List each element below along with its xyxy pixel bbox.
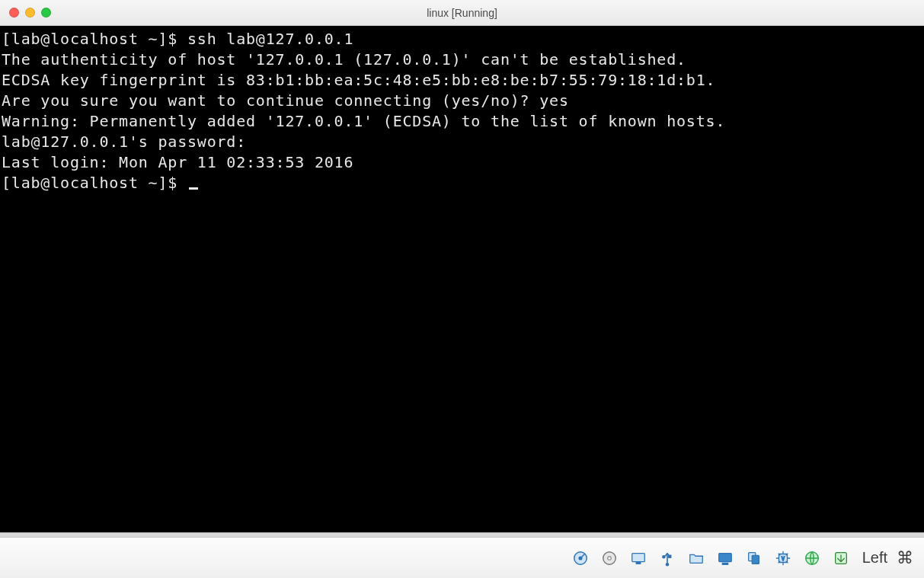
terminal-line: Warning: Permanently added '127.0.0.1' (… (2, 112, 725, 130)
harddisk-icon[interactable] (570, 548, 591, 569)
svg-point-3 (607, 556, 611, 560)
window-title: linux [Running] (0, 7, 924, 19)
terminal-line: lab@127.0.0.1's password: (2, 133, 246, 151)
window-titlebar: linux [Running] (0, 0, 924, 26)
network-icon[interactable] (801, 548, 823, 569)
monitor-icon[interactable] (715, 548, 736, 569)
capture-icon[interactable] (830, 548, 852, 569)
terminal-viewport[interactable]: [lab@localhost ~]$ ssh lab@127.0.0.1 The… (0, 26, 924, 532)
terminal-line: Last login: Mon Apr 11 02:33:53 2016 (2, 153, 353, 171)
host-key-label: Left (862, 549, 887, 567)
window-controls (9, 8, 51, 18)
host-key-symbol: ⌘ (897, 548, 913, 568)
close-window-button[interactable] (9, 8, 19, 18)
svg-rect-12 (752, 555, 759, 564)
terminal-line: ECDSA key fingerprint is 83:b1:bb:ea:5c:… (2, 71, 715, 89)
shared-folder-icon[interactable] (686, 548, 707, 569)
svg-point-6 (666, 563, 668, 565)
optical-disc-icon[interactable] (599, 548, 620, 569)
minimize-window-button[interactable] (25, 8, 35, 18)
terminal-line: The authenticity of host '127.0.0.1 (127… (2, 50, 686, 69)
svg-rect-7 (668, 555, 670, 557)
svg-rect-10 (722, 563, 727, 564)
svg-text:V: V (781, 554, 785, 561)
terminal-line: Are you sure you want to continue connec… (2, 91, 569, 110)
svg-rect-5 (636, 562, 641, 564)
terminal-cursor (189, 187, 198, 190)
clipboard-icon[interactable] (743, 548, 765, 569)
zoom-window-button[interactable] (41, 8, 51, 18)
usb-icon[interactable] (657, 548, 678, 569)
vm-status-bar: V Left ⌘ (0, 537, 924, 578)
terminal-line: [lab@localhost ~]$ ssh lab@127.0.0.1 (2, 30, 353, 48)
terminal-prompt: [lab@localhost ~]$ (2, 174, 187, 192)
svg-point-8 (663, 555, 665, 557)
svg-rect-4 (631, 553, 644, 561)
svg-rect-9 (718, 553, 731, 561)
display-icon[interactable] (628, 548, 649, 569)
chip-icon[interactable]: V (772, 548, 794, 569)
